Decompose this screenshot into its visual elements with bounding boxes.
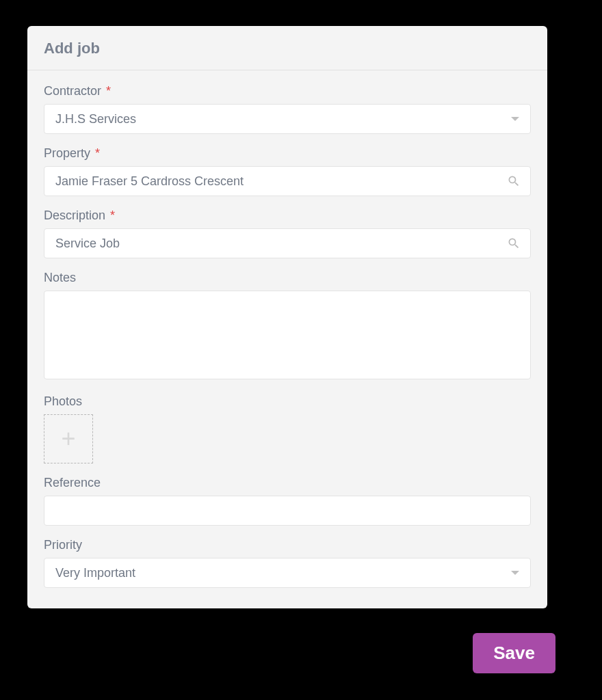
contractor-group: Contractor * J.H.S Services: [44, 84, 531, 134]
search-icon: [507, 237, 521, 250]
priority-label: Priority: [44, 538, 531, 552]
chevron-down-icon: [511, 571, 519, 575]
contractor-label-text: Contractor: [44, 84, 101, 98]
plus-icon: +: [61, 427, 75, 451]
modal-header: Add job: [27, 26, 547, 70]
priority-select[interactable]: Very Important: [44, 558, 531, 588]
chevron-down-icon: [511, 117, 519, 121]
search-icon: [507, 174, 521, 188]
description-value: Service Job: [55, 237, 120, 251]
description-label: Description *: [44, 208, 531, 223]
add-photo-button[interactable]: +: [44, 414, 93, 463]
modal-title: Add job: [44, 40, 531, 57]
property-input[interactable]: Jamie Fraser 5 Cardross Crescent: [44, 166, 531, 196]
reference-label: Reference: [44, 476, 531, 490]
property-group: Property * Jamie Fraser 5 Cardross Cresc…: [44, 146, 531, 196]
photos-group: Photos +: [44, 394, 531, 463]
contractor-label: Contractor *: [44, 84, 531, 98]
required-indicator: *: [106, 84, 111, 98]
add-job-modal: Add job Contractor * J.H.S Services Prop…: [27, 26, 547, 608]
reference-group: Reference: [44, 476, 531, 526]
description-input[interactable]: Service Job: [44, 228, 531, 258]
property-value: Jamie Fraser 5 Cardross Crescent: [55, 174, 244, 189]
modal-body: Contractor * J.H.S Services Property * J…: [27, 70, 547, 608]
notes-label: Notes: [44, 271, 531, 285]
description-group: Description * Service Job: [44, 208, 531, 258]
contractor-value: J.H.S Services: [55, 112, 136, 126]
description-label-text: Description: [44, 208, 105, 222]
priority-group: Priority Very Important: [44, 538, 531, 588]
required-indicator: *: [95, 146, 100, 160]
property-label: Property *: [44, 146, 531, 161]
notes-textarea[interactable]: [44, 291, 531, 379]
photos-label: Photos: [44, 394, 531, 409]
property-label-text: Property: [44, 146, 90, 160]
required-indicator: *: [110, 208, 115, 222]
notes-group: Notes: [44, 271, 531, 382]
priority-value: Very Important: [55, 566, 135, 580]
reference-input[interactable]: [44, 496, 531, 526]
contractor-select[interactable]: J.H.S Services: [44, 104, 531, 134]
save-button[interactable]: Save: [473, 633, 555, 673]
